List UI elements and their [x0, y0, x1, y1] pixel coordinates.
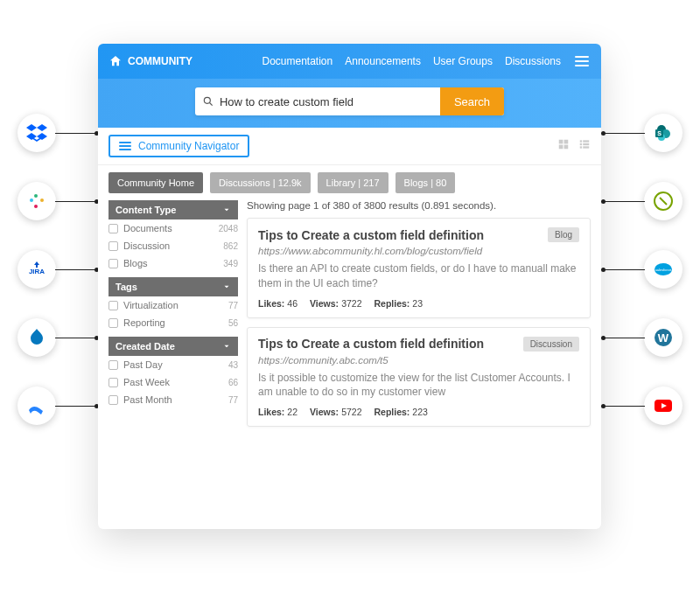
content-tabs: Community Home Discussions | 12.9k Libra… — [98, 165, 601, 200]
result-title: Tips to Create a custom field definition — [258, 228, 484, 242]
list-icon — [119, 142, 131, 150]
svg-rect-0 — [30, 198, 33, 202]
checkbox-icon — [108, 259, 118, 268]
svg-point-16 — [204, 97, 210, 103]
filter-virtualization[interactable]: Virtualization77 — [108, 296, 238, 314]
filter-header-content-type[interactable]: Content Type — [108, 200, 238, 219]
result-stats: Likes:22 Views:5722 Replies:223 — [258, 407, 579, 417]
svg-text:JIRA: JIRA — [29, 268, 45, 275]
chevron-down-icon — [222, 342, 231, 351]
result-url: https://community.abc.com/t5 — [258, 355, 579, 366]
svg-rect-21 — [564, 145, 569, 150]
results-panel: Showing page 1 of 380 of 3800 results (0… — [247, 200, 591, 435]
filters-sidebar: Content Type Documents2048 Discussion862… — [108, 200, 238, 435]
connector — [603, 133, 645, 134]
filter-past-day[interactable]: Past Day43 — [108, 356, 238, 373]
result-card[interactable]: Tips to Create a custom field definition… — [247, 218, 591, 318]
hamburger-icon[interactable] — [573, 54, 591, 68]
connector — [603, 201, 645, 202]
result-card[interactable]: Tips to Create a custom field definition… — [247, 327, 591, 428]
result-badge: Blog — [548, 227, 579, 242]
filter-reporting[interactable]: Reporting56 — [108, 314, 238, 331]
integration-sharepoint[interactable]: S — [644, 114, 682, 152]
svg-rect-25 — [583, 143, 589, 145]
connector — [603, 406, 645, 407]
tab-community-home[interactable]: Community Home — [108, 172, 203, 193]
connector — [55, 201, 97, 202]
integration-youtube[interactable] — [644, 387, 682, 425]
integration-drupal[interactable] — [18, 318, 56, 357]
checkbox-icon — [108, 224, 118, 233]
result-stats: Likes:46 Views:3722 Replies:23 — [258, 298, 579, 309]
svg-rect-24 — [580, 143, 582, 145]
tab-discussions[interactable]: Discussions | 12.9k — [210, 172, 311, 193]
connector-dot — [601, 404, 606, 408]
svg-text:S: S — [657, 130, 662, 136]
search-icon — [202, 95, 214, 108]
filter-header-created-date[interactable]: Created Date — [108, 337, 238, 356]
svg-rect-3 — [34, 205, 38, 208]
connector-dot — [601, 199, 606, 204]
integration-wordpress[interactable]: W — [644, 318, 682, 357]
integration-salesforce[interactable]: salesforce — [644, 250, 682, 289]
connector-dot — [601, 336, 606, 340]
grid-view-icon[interactable] — [557, 138, 570, 154]
result-url: https://www.abcommunity.hl.com/blog/cust… — [258, 246, 579, 256]
integration-dropbox[interactable] — [18, 114, 56, 152]
checkbox-icon — [108, 360, 118, 370]
brand[interactable]: COMMUNITY — [108, 54, 192, 68]
svg-rect-2 — [40, 198, 44, 202]
filter-header-tags[interactable]: Tags — [108, 277, 238, 296]
checkbox-icon — [108, 395, 118, 405]
svg-line-17 — [210, 103, 213, 106]
nav-documentation[interactable]: Documentation — [262, 55, 332, 67]
svg-rect-18 — [559, 140, 564, 144]
connector — [55, 133, 97, 134]
result-title: Tips to Create a custom field definition — [258, 337, 484, 351]
svg-rect-23 — [583, 140, 589, 142]
checkbox-icon — [108, 241, 118, 251]
integration-slack[interactable] — [18, 182, 56, 220]
connector-dot — [601, 131, 606, 136]
top-nav: Documentation Announcements User Groups … — [262, 54, 591, 68]
integration-confluence[interactable] — [18, 387, 56, 425]
svg-rect-20 — [559, 145, 564, 150]
nav-discussions[interactable]: Discussions — [505, 55, 561, 67]
filter-blogs[interactable]: Blogs349 — [108, 254, 238, 272]
svg-text:salesforce: salesforce — [655, 268, 672, 272]
chevron-down-icon — [222, 282, 231, 291]
nav-user-groups[interactable]: User Groups — [433, 55, 493, 67]
svg-text:W: W — [658, 331, 669, 345]
checkbox-icon — [108, 318, 118, 328]
community-navigator-button[interactable]: Community Navigator — [108, 135, 249, 157]
connector — [603, 269, 645, 270]
toolbar: Community Navigator — [98, 128, 601, 165]
integration-zendesk[interactable] — [644, 182, 682, 220]
svg-rect-19 — [564, 140, 569, 144]
search-button[interactable]: Search — [440, 87, 504, 115]
checkbox-icon — [108, 301, 118, 310]
filter-documents[interactable]: Documents2048 — [108, 219, 238, 237]
svg-rect-26 — [580, 146, 582, 148]
filter-past-week[interactable]: Past Week66 — [108, 373, 238, 391]
home-icon — [108, 54, 122, 68]
filter-discussion[interactable]: Discussion862 — [108, 237, 238, 254]
community-app: COMMUNITY Documentation Announcements Us… — [98, 44, 601, 529]
connector — [603, 338, 645, 338]
tab-blogs[interactable]: Blogs | 80 — [396, 172, 456, 193]
checkbox-icon — [108, 378, 118, 387]
tab-library[interactable]: Library | 217 — [318, 172, 388, 193]
connector — [55, 338, 97, 338]
result-excerpt: Is it possible to customize the view for… — [258, 371, 579, 400]
brand-label: COMMUNITY — [128, 55, 192, 67]
list-view-icon[interactable] — [578, 138, 591, 154]
svg-rect-1 — [34, 194, 38, 198]
svg-rect-27 — [583, 146, 589, 148]
nav-announcements[interactable]: Announcements — [345, 55, 421, 67]
navigator-label: Community Navigator — [138, 140, 239, 152]
integration-jira[interactable]: JIRA — [18, 250, 56, 289]
svg-rect-22 — [580, 140, 582, 142]
search-input[interactable] — [220, 87, 433, 115]
filter-past-month[interactable]: Past Month77 — [108, 391, 238, 408]
result-badge: Discussion — [523, 337, 579, 352]
